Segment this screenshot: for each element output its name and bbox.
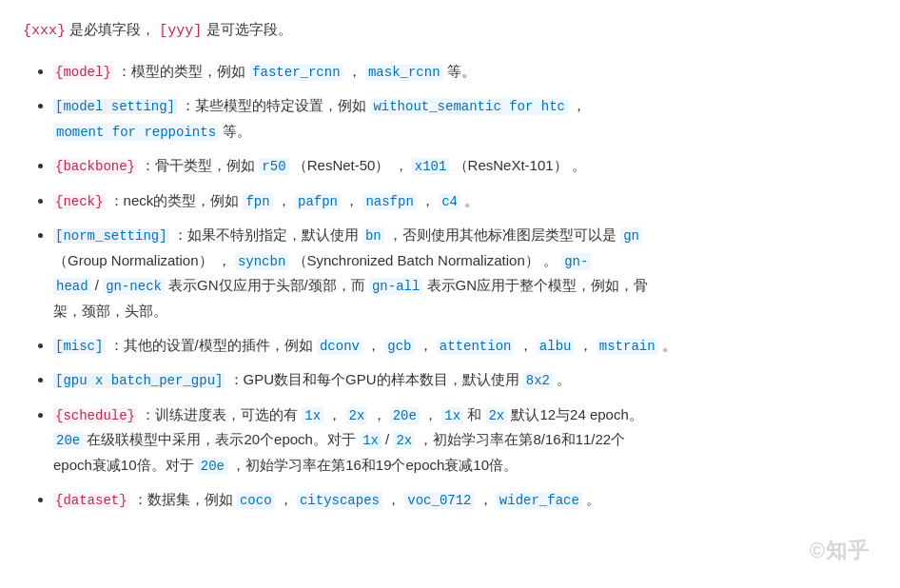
code-mstrain: mstrain (597, 338, 658, 355)
intro-text: {xxx} 是必填字段， [yyy] 是可选字段。 (23, 17, 877, 44)
code-nasfpn: nasfpn (362, 193, 416, 210)
code-gcb: gcb (384, 338, 414, 355)
code-without-semantic: without_semantic for htc (370, 98, 568, 115)
code-gn-head-neck: head (53, 278, 91, 295)
code-1x-2: 1x (441, 407, 463, 424)
list-item: {dataset} ：数据集，例如 coco ， cityscapes ， vo… (53, 487, 877, 513)
optional-placeholder: [yyy] (159, 23, 202, 39)
field-label-neck: {neck} (53, 194, 105, 209)
code-fpn: fpn (243, 193, 272, 210)
code-x101: x101 (412, 158, 450, 175)
code-r50: r50 (259, 158, 288, 175)
code-c4: c4 (439, 193, 460, 210)
code-gn-head: gn- (561, 253, 591, 270)
field-label-misc: [misc] (53, 339, 105, 354)
list-item: {schedule} ：训练进度表，可选的有 1x ， 2x ， 20e ， 1… (53, 402, 877, 479)
code-1x: 1x (302, 407, 323, 424)
list-item: {model} ：模型的类型，例如 faster_rcnn ， mask_rcn… (53, 59, 877, 85)
code-dconv: dconv (317, 338, 362, 355)
field-label-gpu: [gpu x batch_per_gpu] (53, 373, 225, 388)
intro-required-label: 是必填字段， (69, 21, 155, 37)
field-label-model-setting: [model setting] (53, 99, 177, 114)
list-item: [gpu x batch_per_gpu] ：GPU数目和每个GPU的样本数目，… (53, 367, 877, 393)
code-mask-rcnn: mask_rcnn (365, 64, 443, 81)
code-20e: 20e (390, 407, 420, 424)
code-syncbn: syncbn (235, 253, 288, 270)
code-20e-3: 20e (198, 458, 227, 475)
list-item: [misc] ：其他的设置/模型的插件，例如 dconv ， gcb ， att… (53, 333, 877, 359)
code-1x-3: 1x (360, 432, 382, 449)
code-20e-2: 20e (53, 432, 83, 449)
code-coco: coco (237, 492, 275, 509)
code-pafpn: pafpn (295, 193, 341, 210)
code-albu: albu (537, 338, 575, 355)
code-8x2: 8x2 (523, 372, 553, 389)
code-gn-all: gn-all (369, 278, 422, 295)
code-voc0712: voc_0712 (404, 492, 474, 509)
code-bn: bn (362, 227, 384, 245)
code-2x-3: 2x (393, 432, 415, 449)
watermark: ©知乎 (810, 537, 870, 565)
code-2x-2: 2x (485, 407, 507, 424)
code-moment-reppoints: moment for reppoints (53, 124, 219, 141)
code-attention: attention (437, 338, 515, 355)
list-item: {backbone} ：骨干类型，例如 r50 （ResNet-50） ， x1… (53, 153, 877, 179)
required-placeholder: {xxx} (23, 23, 66, 39)
field-label-backbone: {backbone} (53, 159, 137, 174)
field-label-dataset: {dataset} (53, 493, 129, 508)
field-list: {model} ：模型的类型，例如 faster_rcnn ， mask_rcn… (23, 59, 877, 513)
field-label-schedule: {schedule} (53, 408, 137, 423)
code-gn: gn (620, 227, 642, 245)
list-item: {neck} ：neck的类型，例如 fpn ， pafpn ， nasfpn … (53, 188, 877, 214)
list-item: [model setting] ：某些模型的特定设置，例如 without_se… (53, 93, 877, 144)
code-wider-face: wider_face (497, 492, 582, 509)
code-2x: 2x (346, 407, 368, 424)
field-label-norm-setting: [norm_setting] (53, 228, 169, 244)
list-item: [norm_setting] ：如果不特别指定，默认使用 bn ，否则使用其他标… (53, 223, 877, 323)
code-gn-neck: gn-neck (103, 278, 165, 295)
code-cityscapes: cityscapes (297, 492, 382, 509)
field-label-model: {model} (53, 65, 113, 80)
code-faster-rcnn: faster_rcnn (249, 64, 342, 81)
intro-optional-label: 是可选字段。 (206, 21, 292, 37)
